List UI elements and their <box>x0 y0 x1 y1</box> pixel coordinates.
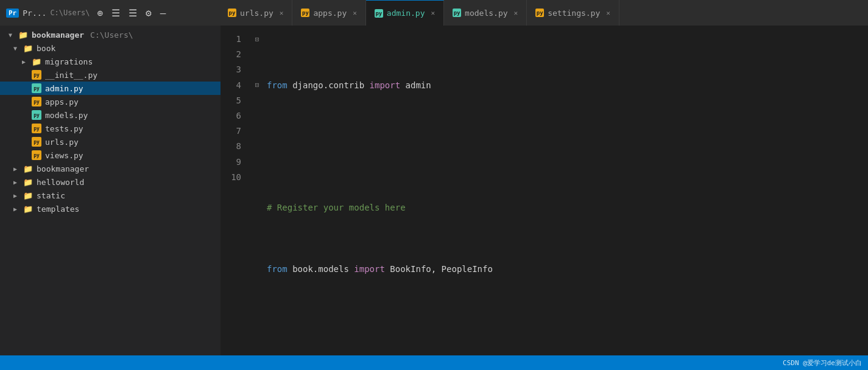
comment-3: # Register your models here <box>267 200 406 215</box>
root-path: C:\Users\ <box>90 30 133 40</box>
kw-from-1: from <box>267 78 288 93</box>
tab-settings-label: settings.py <box>548 9 600 18</box>
static-folder-icon: 📁 <box>23 190 33 200</box>
tabs-area: py urls.py ✕ py apps.py ✕ py admin.py ✕ … <box>219 0 868 26</box>
sidebar-item-apps[interactable]: py apps.py <box>0 95 221 108</box>
models-sidebar-label: models.py <box>45 111 88 120</box>
models-file-icon: py <box>453 9 461 17</box>
bookmanager2-label: bookmanager <box>37 164 89 173</box>
sidebar: ▼ 📁 bookmanager C:\Users\ ▼ 📁 book ▶ 📁 m… <box>0 26 221 355</box>
migrations-chevron: ▶ <box>22 58 28 65</box>
urls-file-icon: py <box>228 9 236 17</box>
sidebar-item-models[interactable]: py models.py <box>0 108 221 122</box>
sidebar-root[interactable]: ▼ 📁 bookmanager C:\Users\ <box>0 28 221 41</box>
gutter-4: ⊡ <box>251 77 263 92</box>
minimize-icon[interactable]: — <box>160 7 166 19</box>
code-container: 1 2 3 4 5 6 7 8 9 10 ⊡ ⊡ <box>221 26 868 355</box>
admin-file-icon: py <box>375 9 383 18</box>
code-editor[interactable]: from django.contrib import admin # Regis… <box>263 26 868 355</box>
sidebar-item-admin[interactable]: py admin.py <box>0 82 221 95</box>
sidebar-item-views[interactable]: py views.py <box>0 148 221 162</box>
code-module-1: admin <box>400 78 431 93</box>
tab-models-label: models.py <box>465 9 507 18</box>
gutter-7 <box>251 123 263 138</box>
project-path: C:\Users\ <box>50 9 90 17</box>
toolbar-icons: ⊕ ☰ ☰ ⚙ — <box>93 7 169 19</box>
add-icon[interactable]: ⊕ <box>97 7 103 19</box>
admin-sidebar-label: admin.py <box>45 84 83 93</box>
tests-sidebar-label: tests.py <box>45 124 83 133</box>
tab-admin[interactable]: py admin.py ✕ <box>366 0 444 26</box>
tab-admin-close[interactable]: ✕ <box>431 9 435 17</box>
helloworld-label: helloworld <box>37 178 84 187</box>
code-line-5 <box>263 323 868 338</box>
tests-sidebar-file-icon: py <box>32 124 41 133</box>
code-line-1: from django.contrib import admin <box>263 78 868 93</box>
settings-file-icon: py <box>535 9 544 17</box>
helloworld-chevron: ▶ <box>13 179 19 186</box>
project-name: Pr... <box>23 9 46 18</box>
bookmanager2-chevron: ▶ <box>13 166 19 172</box>
tab-apps[interactable]: py apps.py ✕ <box>292 0 365 26</box>
templates-folder-icon: 📁 <box>23 204 33 214</box>
editor-area[interactable]: 1 2 3 4 5 6 7 8 9 10 ⊡ ⊡ <box>221 26 868 355</box>
static-label: static <box>37 191 65 200</box>
tab-apps-label: apps.py <box>313 9 347 18</box>
tab-urls[interactable]: py urls.py ✕ <box>219 0 292 26</box>
sidebar-item-migrations[interactable]: ▶ 📁 migrations <box>0 55 221 68</box>
static-chevron: ▶ <box>13 192 19 199</box>
settings-icon[interactable]: ⚙ <box>146 7 152 19</box>
tab-models[interactable]: py models.py ✕ <box>444 0 527 26</box>
bookmanager2-folder-icon: 📁 <box>23 164 33 173</box>
sidebar-item-templates[interactable]: ▶ 📁 templates <box>0 202 221 215</box>
sidebar-item-helloworld[interactable]: ▶ 📁 helloworld <box>0 175 221 189</box>
project-title[interactable]: Pr Pr... C:\Users\ ⊕ ☰ ☰ ⚙ — <box>0 7 219 19</box>
gutter: ⊡ ⊡ <box>251 26 263 355</box>
gutter-8 <box>251 138 263 153</box>
init-file-icon: py <box>32 70 41 80</box>
sidebar-item-book[interactable]: ▼ 📁 book <box>0 41 221 55</box>
list2-icon[interactable]: ☰ <box>129 7 137 19</box>
templates-chevron: ▶ <box>13 206 19 212</box>
migrations-folder-icon: 📁 <box>32 57 41 66</box>
sidebar-item-init[interactable]: py __init__.py <box>0 68 221 82</box>
views-sidebar-file-icon: py <box>32 150 41 160</box>
status-right: CSDN @爱学习de测试小白 <box>783 358 862 368</box>
main-content: ▼ 📁 bookmanager C:\Users\ ▼ 📁 book ▶ 📁 m… <box>0 26 868 355</box>
code-module-4: BookInfo, PeopleInfo <box>385 262 493 277</box>
tab-settings[interactable]: py settings.py ✕ <box>527 0 619 26</box>
apps-sidebar-label: apps.py <box>45 97 79 106</box>
sidebar-item-bookmanager2[interactable]: ▶ 📁 bookmanager <box>0 162 221 175</box>
models-sidebar-file-icon: py <box>32 110 41 120</box>
gutter-6 <box>251 108 263 123</box>
gutter-10 <box>251 169 263 184</box>
root-label: bookmanager <box>32 30 84 40</box>
apps-sidebar-file-icon: py <box>32 97 41 106</box>
migrations-label: migrations <box>45 57 93 66</box>
tab-settings-close[interactable]: ✕ <box>606 9 610 17</box>
kw-import-1: import <box>370 78 401 93</box>
views-sidebar-label: views.py <box>45 151 83 160</box>
sidebar-item-static[interactable]: ▶ 📁 static <box>0 189 221 202</box>
root-chevron: ▼ <box>9 32 15 38</box>
gutter-1: ⊡ <box>251 32 263 47</box>
tab-urls-close[interactable]: ✕ <box>280 9 284 17</box>
tab-apps-close[interactable]: ✕ <box>353 9 357 17</box>
root-folder-icon: 📁 <box>18 30 28 40</box>
init-label: __init__.py <box>45 71 97 80</box>
project-icon: Pr <box>6 9 19 18</box>
apps-file-icon: py <box>301 9 309 17</box>
book-folder-icon: 📁 <box>23 43 33 53</box>
gutter-3 <box>251 62 263 77</box>
kw-import-4: import <box>354 262 385 277</box>
gutter-2 <box>251 47 263 62</box>
list-icon[interactable]: ☰ <box>111 7 120 19</box>
tab-models-close[interactable]: ✕ <box>514 9 518 17</box>
code-line-3: # Register your models here <box>263 200 868 215</box>
tab-admin-label: admin.py <box>387 9 425 18</box>
sidebar-item-urls[interactable]: py urls.py <box>0 135 221 148</box>
sidebar-item-tests[interactable]: py tests.py <box>0 122 221 135</box>
helloworld-folder-icon: 📁 <box>23 177 33 187</box>
urls-sidebar-file-icon: py <box>32 137 41 147</box>
gutter-5 <box>251 92 263 108</box>
